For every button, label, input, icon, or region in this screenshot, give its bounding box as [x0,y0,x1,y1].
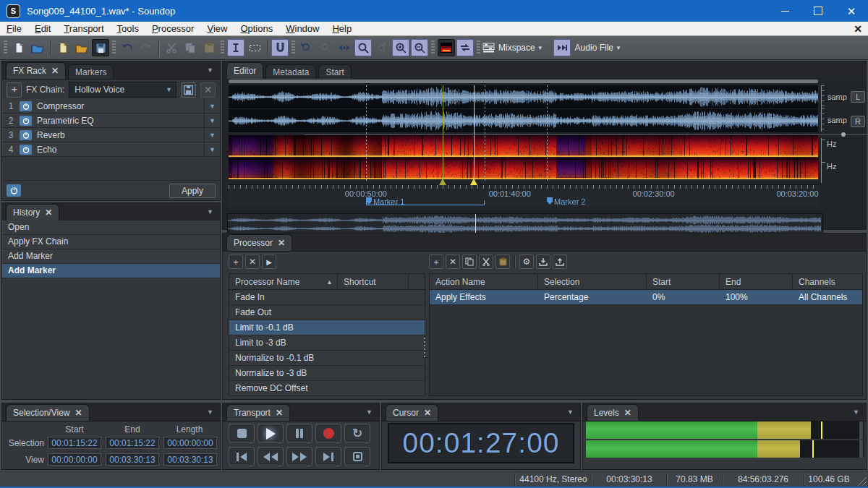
tab-markers[interactable]: Markers [68,64,114,79]
power-icon[interactable] [20,145,32,155]
undo-button[interactable] [119,39,136,56]
magnify-tool-button[interactable] [354,39,372,56]
toolbar-grip[interactable] [112,40,116,55]
tab-processor[interactable]: Processor✕ [226,234,292,251]
zoom-in-button[interactable] [392,39,409,56]
processor-row[interactable]: Normalize to -3 dB [229,366,425,381]
view-end-field[interactable]: 00:03:30:13 [106,453,159,466]
processor-row[interactable]: Limit to -3 dB [229,335,425,351]
go-to-end-button[interactable] [315,447,341,466]
scrollbar-thumb[interactable] [229,80,818,83]
selection-cursor-line[interactable] [443,85,443,181]
waveform-left-channel[interactable] [229,85,818,108]
selection-length-field[interactable]: 00:00:00:00 [163,437,217,449]
stop-button[interactable] [229,424,255,443]
tab-close-icon[interactable]: ✕ [45,208,52,217]
audio-file-view-button[interactable] [553,39,571,56]
snap-toggle-button[interactable] [271,39,289,56]
toolbar-grip[interactable] [221,40,224,55]
column-header-selection[interactable]: Selection [538,274,647,289]
processor-row[interactable]: Fade In [229,290,425,305]
processor-row[interactable]: Normalize to -0.1 dB [229,351,425,366]
channel-splitter[interactable] [821,132,868,138]
waveform-display[interactable] [229,85,818,181]
copy-button[interactable] [182,39,199,56]
fx-slot-dropdown[interactable]: ▼ [204,99,220,113]
resize-grip[interactable] [856,476,867,486]
column-header-start[interactable]: Start [647,274,720,289]
sync-view-button[interactable] [456,39,474,56]
menu-processor[interactable]: Processor [145,22,201,35]
marquee-selection-tool-button[interactable] [246,39,263,56]
panel-menu-caret-icon[interactable]: ▼ [366,408,373,416]
spectrogram-right-channel[interactable] [229,158,818,179]
playhead-cursor-line[interactable] [474,85,475,181]
tab-metadata[interactable]: Metadata [265,64,316,79]
zoom-to-selection-button[interactable] [298,39,315,56]
new-project-button[interactable] [54,39,72,56]
timeline-ruler[interactable]: 00:00:50:00 00:01:40:00 00:02:30:00 00:0… [229,184,818,207]
tab-history[interactable]: History✕ [6,204,59,221]
cut-action-button[interactable] [479,254,493,269]
left-channel-button[interactable]: L [851,91,865,103]
zoom-out-selection-button[interactable] [317,39,334,56]
view-start-field[interactable]: 00:00:00:00 [48,453,101,466]
toolbar-grip[interactable] [292,40,295,55]
export-actions-button[interactable] [553,254,567,269]
zoom-fit-button[interactable] [336,39,353,56]
audio-file-caret-icon[interactable]: ▼ [616,45,621,51]
zoom-vertical-button[interactable] [373,39,391,56]
toolbar-grip[interactable] [4,40,7,55]
power-icon[interactable] [20,130,32,140]
menu-help[interactable]: Help [326,22,358,35]
tab-close-icon[interactable]: ✕ [278,239,285,247]
processor-row[interactable]: Remove DC Offset [229,381,425,396]
tables-splitter-handle[interactable] [422,338,427,359]
record-button[interactable] [315,424,341,443]
tab-start[interactable]: Start [318,64,351,79]
processor-row-selected[interactable]: Limit to -0.1 dB [229,320,425,335]
add-processor-button[interactable]: ＋ [229,254,243,269]
cut-button[interactable] [163,39,180,56]
pause-button[interactable] [286,424,312,443]
marker2-label[interactable]: Marker 2 [554,197,585,206]
action-settings-button[interactable]: ⚙ [519,254,534,269]
panel-menu-caret-icon[interactable]: ▼ [567,408,574,416]
panel-menu-caret-icon[interactable]: ▼ [207,208,213,215]
spectral-view-button[interactable] [438,39,455,56]
spectrogram-left-channel[interactable] [229,135,818,157]
add-effect-button[interactable]: ＋ [7,82,22,98]
toolbar-grip[interactable] [477,40,480,55]
new-file-button[interactable] [10,39,27,56]
power-icon[interactable] [20,116,32,126]
menu-edit[interactable]: Edit [28,22,57,35]
redo-button[interactable] [137,39,155,56]
delete-action-button[interactable]: ✕ [446,254,460,269]
fx-slot-dropdown[interactable]: ▼ [204,128,220,142]
menu-options[interactable]: Options [234,22,279,35]
selection-cursor-handle[interactable] [439,179,446,185]
toolbar-grip[interactable] [431,40,435,55]
tab-levels[interactable]: Levels✕ [587,404,639,421]
power-icon[interactable] [20,101,32,111]
minimize-button[interactable] [768,0,801,22]
column-header-end[interactable]: End [720,274,793,289]
menu-transport[interactable]: Transport [57,22,110,35]
maximize-button[interactable] [801,0,835,22]
paste-button[interactable] [200,39,218,56]
waveform-right-channel[interactable] [229,109,818,132]
add-action-button[interactable]: ＋ [429,254,443,269]
overview-waveform[interactable] [228,214,821,234]
play-from-cursor-button[interactable] [344,447,370,466]
selection-start-field[interactable]: 00:01:15:22 [48,437,101,449]
play-button[interactable] [258,424,284,443]
panel-menu-caret-icon[interactable]: ▼ [853,408,859,416]
cursor-time-display[interactable]: 00:01:27:00 [388,423,574,463]
open-file-button[interactable] [29,39,46,56]
column-header-action-name[interactable]: Action Name [430,274,538,289]
fx-slot[interactable]: 2 Parametric EQ ▼ [2,114,220,128]
view-length-field[interactable]: 00:03:30:13 [163,453,217,466]
import-actions-button[interactable] [536,254,550,269]
fx-slot[interactable]: 3 Reverb ▼ [2,128,220,142]
fast-forward-button[interactable] [286,447,312,466]
